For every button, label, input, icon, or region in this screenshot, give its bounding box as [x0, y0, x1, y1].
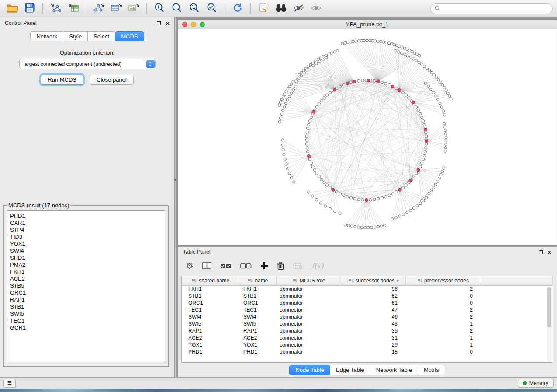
export-table-button[interactable]: [108, 2, 124, 15]
table-cell: connector: [276, 341, 342, 348]
close-panel-button[interactable]: Close panel: [90, 75, 134, 85]
hide-selected-button[interactable]: [291, 2, 306, 15]
table-panel-header: Table Panel ×: [178, 247, 557, 257]
search-input[interactable]: [443, 6, 548, 12]
mcds-result-item[interactable]: STB1: [10, 303, 162, 310]
table-mode-gear-icon[interactable]: ⚙: [186, 261, 194, 270]
desktop-wallpaper-strip: [0, 389, 557, 392]
table-cell: ACE2: [182, 334, 240, 341]
tab-motifs[interactable]: Motifs: [418, 365, 445, 375]
mcds-result-item[interactable]: SRD1: [10, 254, 162, 261]
minimize-traffic-light[interactable]: [191, 22, 196, 27]
close-table-panel-icon[interactable]: ×: [547, 249, 551, 255]
zoom-traffic-light[interactable]: [200, 22, 205, 27]
table-row[interactable]: ACE2ACE2connector311: [182, 334, 553, 341]
mcds-result-item[interactable]: SWI5: [10, 310, 162, 317]
table-cell: RAP1: [240, 327, 276, 334]
select-all-icon[interactable]: [220, 262, 232, 269]
export-network-button[interactable]: [91, 2, 107, 15]
mcds-result-item[interactable]: RAP1: [10, 296, 162, 303]
network-view-window: YPA_prune.txt_1: [177, 19, 557, 246]
table-row[interactable]: STB1STB1dominator620: [182, 292, 553, 299]
zoom-fit-button[interactable]: [187, 2, 202, 15]
save-session-button[interactable]: [22, 2, 38, 15]
delete-column-trash-icon[interactable]: [277, 261, 284, 270]
close-panel-icon[interactable]: ×: [166, 20, 170, 27]
column-header-predecessor-nodes[interactable]: predecessor nodes: [405, 276, 481, 285]
column-menu-icon: [417, 279, 422, 283]
table-row[interactable]: SWI4SWI4dominator462: [182, 313, 553, 320]
table-cell: 0: [405, 348, 481, 355]
column-header-name[interactable]: name: [240, 276, 276, 285]
tab-style[interactable]: Style: [63, 31, 88, 41]
search-icon: [435, 5, 440, 12]
network-search-field[interactable]: [430, 3, 553, 14]
add-column-icon[interactable]: [260, 262, 268, 270]
refresh-button[interactable]: [230, 2, 246, 15]
deselect-all-icon[interactable]: [240, 262, 252, 269]
copy-network-button[interactable]: [256, 2, 271, 15]
status-menu-button[interactable]: ☰: [3, 379, 16, 388]
table-scrollbar-thumb[interactable]: [547, 287, 551, 327]
mcds-result-item[interactable]: ORC1: [10, 289, 162, 296]
table-cell: 2: [405, 306, 481, 313]
memory-button[interactable]: Memory: [518, 379, 554, 388]
mcds-result-item[interactable]: STB5: [10, 282, 162, 289]
tab-node-table[interactable]: Node Table: [289, 365, 330, 375]
tab-network[interactable]: Network: [30, 31, 63, 41]
table-cell: dominator: [276, 299, 342, 306]
mcds-result-item[interactable]: PMA2: [10, 261, 162, 268]
close-traffic-light[interactable]: [182, 22, 187, 27]
find-button[interactable]: [273, 2, 289, 15]
column-header-shared-name[interactable]: shared name: [182, 276, 240, 285]
mcds-result-item[interactable]: STP4: [10, 227, 162, 234]
table-row[interactable]: ORC1ORC1dominator610: [182, 299, 553, 306]
import-network-button[interactable]: [48, 2, 63, 15]
mcds-result-fieldset: MCDS result (17 nodes) PHD1CAR1STP4TID3Y…: [3, 202, 169, 367]
table-row[interactable]: YOX1YOX1connector291: [182, 341, 553, 348]
control-panel-title: Control Panel: [5, 20, 37, 26]
tab-edge-table[interactable]: Edge Table: [330, 365, 370, 375]
tab-mcds[interactable]: MCDS: [115, 31, 144, 41]
zoom-in-button[interactable]: [152, 2, 167, 15]
column-header-mcds-role[interactable]: MCDS role: [276, 276, 342, 285]
table-cell: SWI4: [240, 313, 276, 320]
optimization-criterion-select[interactable]: largest connected component (undirected)…: [19, 59, 156, 69]
network-graph-canvas[interactable]: [178, 29, 557, 245]
mcds-result-item[interactable]: SWI4: [10, 248, 162, 254]
mcds-result-item[interactable]: CAR1: [10, 220, 162, 227]
mcds-result-item[interactable]: TEC1: [10, 317, 162, 324]
column-header-successor-nodes[interactable]: successor nodes▾: [342, 276, 405, 285]
open-session-button[interactable]: [4, 2, 20, 15]
table-row[interactable]: FKH1FKH1dominator962: [182, 285, 553, 292]
table-cell: [481, 285, 553, 292]
mcds-result-list[interactable]: PHD1CAR1STP4TID3YOX1SWI4SRD1PMA2FKH1ACE2…: [7, 210, 165, 362]
table-cell: dominator: [276, 313, 342, 320]
float-table-panel-icon[interactable]: [539, 250, 543, 254]
mcds-result-item[interactable]: TID3: [10, 234, 162, 241]
show-columns-icon[interactable]: [202, 262, 211, 270]
show-all-button[interactable]: [308, 2, 324, 15]
table-row[interactable]: SWI5SWI5connector431: [182, 320, 553, 327]
mcds-result-item[interactable]: GCR1: [10, 324, 162, 331]
import-table-button[interactable]: [65, 2, 81, 15]
zoom-out-button[interactable]: [169, 2, 185, 15]
tab-network-table[interactable]: Network Table: [370, 365, 418, 375]
table-row[interactable]: RAP1RAP1dominator352: [182, 327, 553, 334]
zoom-selected-button[interactable]: [204, 2, 220, 15]
mcds-result-item[interactable]: FKH1: [10, 268, 162, 275]
mcds-result-item[interactable]: PHD1: [10, 213, 162, 220]
tab-select[interactable]: Select: [87, 31, 115, 41]
export-image-button[interactable]: [126, 2, 142, 15]
table-cell: 62: [342, 292, 405, 299]
table-scrollbar[interactable]: [547, 286, 552, 361]
mcds-result-item[interactable]: ACE2: [10, 275, 162, 282]
toolbar-separator: [146, 3, 147, 14]
run-mcds-button[interactable]: Run MCDS: [41, 75, 83, 85]
table-row[interactable]: TEC1TEC1connector472: [182, 306, 553, 313]
float-panel-icon[interactable]: [157, 21, 161, 25]
table-row[interactable]: PHD1PHD1dominator180: [182, 348, 553, 355]
mcds-result-item[interactable]: YOX1: [10, 241, 162, 248]
network-window-titlebar[interactable]: YPA_prune.txt_1: [178, 20, 557, 29]
splitter-arrows-icon[interactable]: ◂▸: [174, 178, 176, 182]
